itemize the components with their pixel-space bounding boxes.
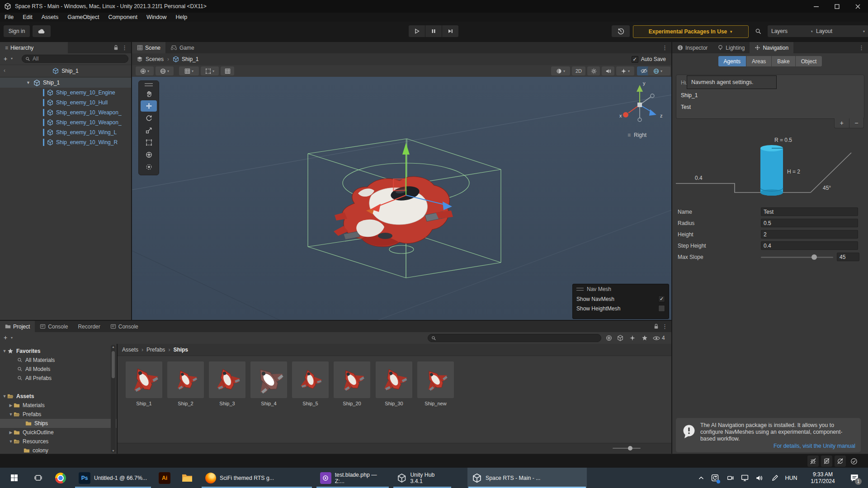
search-button[interactable]: [751, 25, 765, 37]
tab-console[interactable]: Console: [35, 321, 73, 332]
tree-row-favorites[interactable]: ▼ Favorites: [0, 347, 111, 356]
unity-manual-link[interactable]: For details, visit the Unity manual: [774, 443, 855, 449]
radius-input[interactable]: [761, 219, 858, 227]
menu-assets[interactable]: Assets: [37, 14, 63, 20]
subtab-object[interactable]: Object: [796, 56, 822, 66]
label-icon[interactable]: [629, 335, 636, 341]
layout-dropdown[interactable]: Layout▾: [812, 25, 868, 37]
grid-snapping-dropdown[interactable]: ▾: [179, 66, 199, 75]
tree-row-assets[interactable]: ▼ Assets: [0, 392, 111, 401]
volume-tray-icon[interactable]: [752, 468, 766, 488]
overlay-drag-handle[interactable]: [576, 288, 584, 291]
create-add-button[interactable]: +: [4, 55, 7, 62]
agent-item-selected[interactable]: Test: [681, 104, 691, 112]
tree-row-colony[interactable]: colony: [0, 446, 111, 454]
create-add-button[interactable]: +: [4, 334, 7, 341]
transform-tool[interactable]: [141, 149, 157, 160]
2d-toggle-button[interactable]: 2D: [572, 66, 585, 75]
asset-ship-30[interactable]: [376, 361, 412, 398]
hierarchy-row[interactable]: Ship_enemy_10_Hull: [0, 98, 131, 108]
subtab-bake[interactable]: Bake: [772, 56, 795, 66]
breadcrumb-prefab[interactable]: Ship_1: [182, 56, 198, 62]
tree-row-resources[interactable]: ▼Resources: [0, 437, 111, 446]
meet-now-tray-icon[interactable]: [723, 468, 737, 488]
axis-gizmo[interactable]: y x z: [619, 80, 663, 122]
pause-button[interactable]: [425, 25, 442, 37]
step-height-input[interactable]: [761, 241, 858, 250]
kebab-menu-icon[interactable]: ⋮: [662, 42, 668, 53]
scale-tool[interactable]: [141, 125, 157, 136]
gizmos-dropdown[interactable]: ▾: [648, 66, 668, 75]
tree-row-ships-selected[interactable]: Ships: [0, 419, 117, 428]
show-heightmesh-checkbox[interactable]: [658, 305, 665, 312]
asset-ship-new[interactable]: [417, 361, 454, 398]
lock-icon[interactable]: [113, 45, 119, 51]
favorite-star-icon[interactable]: [642, 335, 648, 341]
overlay-drag-handle[interactable]: [145, 83, 153, 86]
remove-agent-button[interactable]: −: [849, 118, 864, 128]
hierarchy-row[interactable]: Ship_enemy_10_Wing_L: [0, 127, 131, 137]
breadcrumb-ships[interactable]: Ships: [173, 347, 188, 353]
start-button[interactable]: [4, 468, 24, 488]
scene-effects-dropdown[interactable]: ▾: [616, 66, 634, 75]
auto-refresh-disabled-button[interactable]: [835, 455, 846, 467]
menu-component[interactable]: Component: [104, 14, 142, 20]
rotate-tool[interactable]: [141, 113, 157, 124]
tab-recorder[interactable]: Recorder: [73, 321, 105, 332]
tab-navigation[interactable]: Navigation: [750, 42, 793, 53]
pen-tray-icon[interactable]: [769, 468, 781, 488]
play-button[interactable]: [409, 25, 425, 37]
scene-viewport[interactable]: y x z ≡ Right Nav Mesh: [132, 77, 671, 321]
tab-project[interactable]: Project: [0, 321, 35, 332]
tree-row-all-models[interactable]: All Models: [0, 365, 111, 374]
shading-mode-dropdown[interactable]: ▾: [551, 66, 570, 75]
project-search-input[interactable]: [428, 334, 601, 342]
expand-triangle-icon[interactable]: ▶: [8, 430, 14, 435]
slider-thumb[interactable]: [628, 446, 632, 450]
kebab-menu-icon[interactable]: ⋮: [122, 42, 127, 53]
custom-tool[interactable]: [141, 161, 157, 173]
snap-toggle-button[interactable]: [221, 66, 234, 75]
asset-ship-4[interactable]: [250, 361, 287, 398]
subtab-areas[interactable]: Areas: [746, 56, 771, 66]
chevron-down-icon[interactable]: ▾: [11, 56, 13, 61]
sign-in-button[interactable]: Sign in: [4, 25, 30, 37]
maximize-button[interactable]: [826, 0, 847, 13]
language-indicator[interactable]: HUN: [782, 468, 800, 488]
chrome-taskbar-button[interactable]: [51, 468, 71, 488]
onedrive-sync-tray-icon[interactable]: [708, 468, 722, 488]
asset-ship-5[interactable]: [292, 361, 329, 398]
file-explorer-taskbar-button[interactable]: [177, 468, 197, 488]
subtab-agents[interactable]: Agents: [718, 56, 746, 66]
hierarchy-row[interactable]: Ship_enemy_10_Weapon_: [0, 117, 131, 127]
layers-dropdown[interactable]: Layers▾: [768, 25, 816, 37]
expand-triangle-icon[interactable]: ▼: [8, 412, 14, 417]
asset-ship-1[interactable]: [126, 361, 162, 398]
tab-game[interactable]: Game: [165, 42, 199, 53]
scroll-thumb[interactable]: [112, 351, 115, 378]
show-navmesh-checkbox[interactable]: ✓: [658, 296, 665, 302]
cloud-button[interactable]: [33, 25, 51, 37]
action-center-button[interactable]: 1: [844, 468, 864, 488]
unity-hub-taskbar-button[interactable]: Unity Hub 3.4.1: [392, 468, 452, 488]
tab-hierarchy[interactable]: ≡ Hierarchy: [0, 42, 68, 53]
asset-ship-20[interactable]: [334, 361, 370, 398]
kebab-menu-icon[interactable]: ⋮: [662, 321, 668, 332]
search-by-type-icon[interactable]: [606, 335, 612, 341]
tree-row-all-materials[interactable]: All Materials: [0, 356, 111, 365]
max-slope-input[interactable]: [837, 253, 859, 261]
debugger-detached-button[interactable]: [807, 455, 819, 467]
hidden-count-eye-icon[interactable]: [653, 336, 660, 341]
thumbnail-zoom-slider[interactable]: [613, 448, 641, 449]
slider-thumb[interactable]: [811, 254, 817, 260]
tab-scene[interactable]: Scene: [132, 42, 165, 53]
hierarchy-search-input[interactable]: All: [22, 55, 128, 63]
tray-expand-button[interactable]: [695, 468, 708, 488]
menu-help[interactable]: Help: [171, 14, 192, 20]
name-input[interactable]: [761, 207, 858, 216]
illustrator-taskbar-button[interactable]: Ai: [155, 468, 175, 488]
hierarchy-row[interactable]: Ship_enemy_10_Weapon_: [0, 108, 131, 117]
menu-edit[interactable]: Edit: [18, 14, 37, 20]
asset-ship-2[interactable]: [167, 361, 204, 398]
hierarchy-row[interactable]: Ship_enemy_10_Wing_R: [0, 137, 131, 147]
